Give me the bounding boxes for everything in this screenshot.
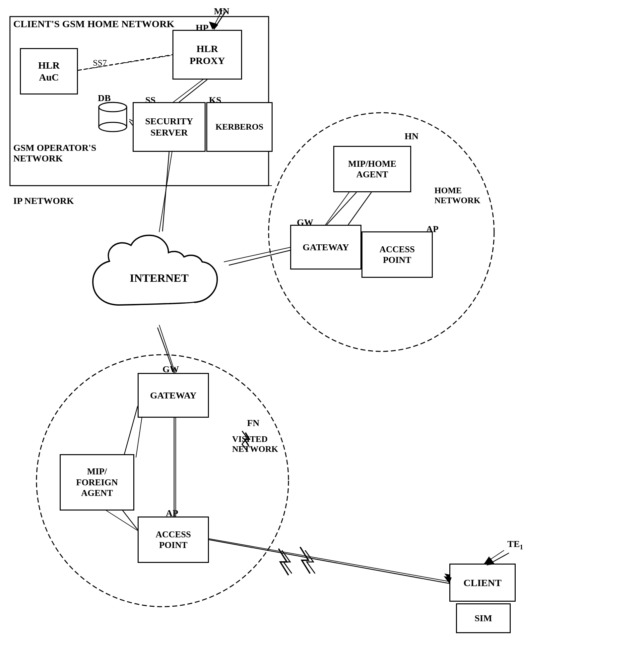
svg-line-46 (348, 192, 371, 225)
svg-line-31 (162, 152, 169, 231)
svg-line-32 (229, 250, 290, 265)
gsm-operators-network-label: GSM OPERATOR'SNETWORK (13, 143, 96, 164)
svg-line-28 (78, 55, 173, 70)
svg-line-39 (124, 406, 138, 454)
ss7-label: SS7 (93, 58, 107, 68)
svg-marker-4 (209, 21, 217, 29)
svg-line-40 (123, 510, 138, 530)
svg-line-5 (173, 76, 207, 103)
svg-line-41 (209, 540, 449, 584)
access-point-visited-box: ACCESSPOINT (138, 517, 209, 563)
svg-line-14 (101, 507, 143, 534)
kerberos-box: KERBEROS (206, 102, 273, 152)
mn-label: MN (214, 6, 229, 17)
connections-svg (0, 0, 644, 667)
svg-line-2 (73, 55, 176, 71)
db-cylinder (96, 101, 129, 134)
svg-text:INTERNET: INTERNET (130, 272, 189, 284)
ip-network-label: IP NETWORK (13, 196, 74, 206)
svg-line-8 (224, 247, 292, 262)
svg-line-12 (136, 413, 143, 457)
hlr-proxy-box: HLRPROXY (173, 30, 242, 80)
svg-point-24 (99, 102, 127, 112)
svg-line-7 (159, 149, 173, 232)
access-point-home-box: ACCESSPOINT (361, 231, 433, 278)
hlr-auc-box: HLRAuC (20, 48, 78, 95)
svg-line-10 (325, 189, 352, 225)
network-diagram: CLIENT'S GSM HOME NETWORK HLRAuC SS7 MN … (0, 0, 644, 667)
sim-box: SIM (456, 603, 511, 633)
clients-gsm-home-network-label: CLIENT'S GSM HOME NETWORK (13, 18, 174, 30)
svg-line-34 (327, 192, 356, 225)
svg-line-15 (209, 539, 451, 582)
svg-line-30 (129, 121, 133, 125)
internet-cloud: INTERNET (90, 225, 229, 328)
fn-label: FN (247, 418, 259, 428)
security-server-box: SECURITYSERVER (133, 102, 206, 152)
svg-line-17 (484, 550, 504, 564)
svg-marker-27 (211, 22, 218, 30)
visited-network-label: VISITEDNETWORK (232, 434, 278, 454)
te1-label: TE1 (508, 539, 523, 551)
gateway-visited-box: GATEWAY (138, 373, 209, 418)
arrows-svg (0, 0, 644, 667)
gateway-home-box: GATEWAY (290, 225, 361, 270)
mip-foreign-agent-box: MIP/FOREIGNAGENT (60, 454, 134, 510)
mip-home-agent-box: MIP/HOMEAGENT (333, 146, 411, 192)
hn-label: HN (405, 131, 419, 142)
svg-point-23 (99, 122, 127, 132)
home-network-label: HOMENETWORK (434, 186, 481, 206)
svg-line-29 (179, 80, 207, 102)
client-box: CLIENT (449, 564, 516, 602)
